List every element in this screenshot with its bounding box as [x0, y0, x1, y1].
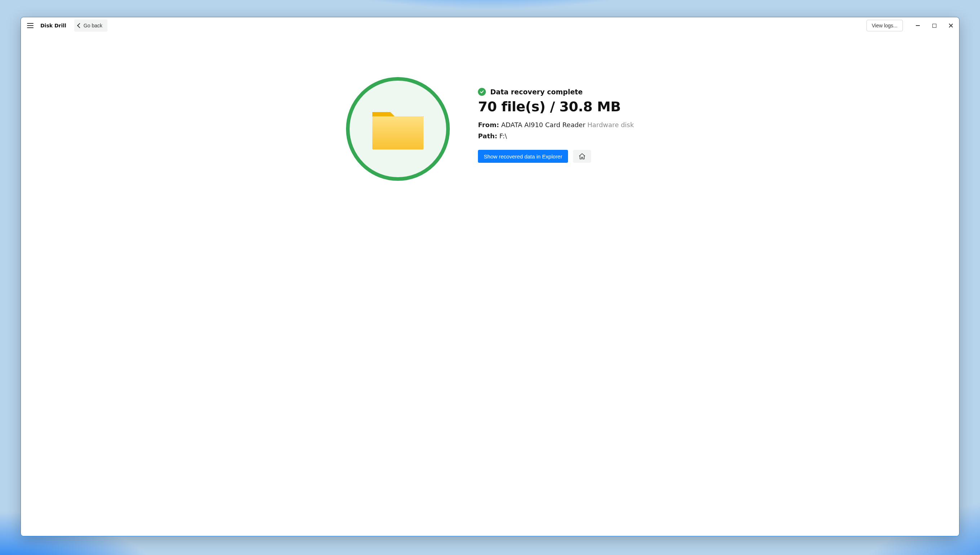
app-title: Disk Drill	[40, 23, 66, 29]
path-label: Path:	[478, 132, 497, 140]
minimize-icon	[916, 25, 920, 26]
result-details: Data recovery complete 70 file(s) / 30.8…	[478, 77, 634, 163]
action-row: Show recovered data in Explorer	[478, 150, 634, 163]
result-headline: 70 file(s) / 30.8 MB	[478, 99, 634, 114]
home-icon	[578, 153, 586, 160]
chevron-left-icon	[77, 23, 82, 28]
from-label: From:	[478, 121, 499, 128]
hamburger-icon	[27, 23, 34, 28]
path-line: Path: F:\	[478, 132, 634, 140]
window-controls	[909, 17, 959, 34]
from-device: ADATA AI910 Card Reader	[501, 121, 585, 128]
view-logs-button[interactable]: View logs...	[866, 20, 903, 31]
path-value: F:\	[500, 132, 507, 140]
success-badge	[346, 77, 450, 181]
check-circle-icon	[478, 88, 486, 96]
status-line: Data recovery complete	[478, 88, 634, 96]
go-back-button[interactable]: Go back	[74, 19, 108, 32]
show-in-explorer-button[interactable]: Show recovered data in Explorer	[478, 150, 568, 163]
status-text: Data recovery complete	[490, 88, 583, 96]
maximize-button[interactable]	[926, 17, 943, 34]
folder-icon	[372, 108, 424, 150]
from-type: Hardware disk	[587, 121, 634, 128]
recovery-result: Data recovery complete 70 file(s) / 30.8…	[346, 77, 634, 536]
menu-button[interactable]	[25, 21, 35, 30]
maximize-icon	[932, 24, 937, 28]
from-line: From: ADATA AI910 Card Reader Hardware d…	[478, 121, 634, 128]
close-button[interactable]	[943, 17, 959, 34]
home-button[interactable]	[573, 150, 591, 163]
app-window: Disk Drill Go back View logs...	[21, 17, 959, 536]
svg-rect-1	[372, 116, 423, 149]
minimize-button[interactable]	[909, 17, 926, 34]
go-back-label: Go back	[84, 23, 102, 29]
close-icon	[948, 23, 953, 28]
titlebar: Disk Drill Go back View logs...	[21, 17, 959, 34]
content-area: Data recovery complete 70 file(s) / 30.8…	[21, 34, 959, 536]
